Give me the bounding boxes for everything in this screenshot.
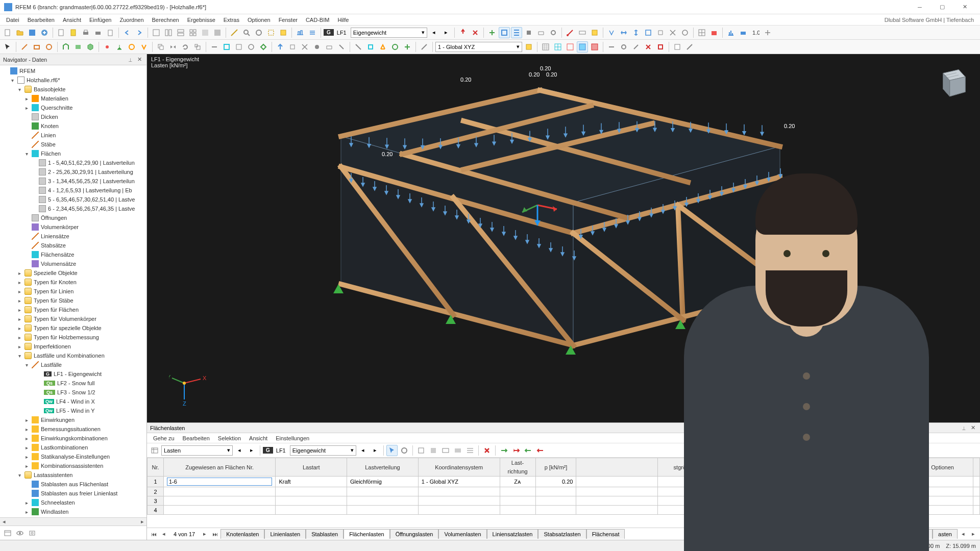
t2-h1[interactable] (275, 41, 286, 53)
tree-item[interactable]: Stablasten aus Flächenlast (0, 480, 146, 489)
t2-t1[interactable] (672, 41, 683, 53)
tree-item[interactable]: ▸Typen für Knoten (0, 278, 146, 287)
tree-item[interactable]: ▸Statikanalyse-Einstellungen (0, 452, 146, 461)
tab-volumenlasten[interactable]: Volumenlasten (438, 529, 486, 539)
t2-i3[interactable] (377, 41, 388, 53)
tree-item[interactable]: Linien (0, 131, 146, 140)
tree-item[interactable]: Stäbe (0, 140, 146, 149)
dock-menu-bearbeiten[interactable]: Bearbeiten (179, 434, 214, 442)
coord-system-combo[interactable]: 1 - Global XYZ ▾ (435, 42, 522, 52)
layout1-button[interactable] (151, 27, 162, 38)
loadcase-combo[interactable]: Eigengewicht ▾ (351, 28, 427, 38)
dock-lf-next[interactable]: ▸ (370, 445, 381, 456)
dock-rem[interactable] (510, 445, 522, 456)
tb-a1[interactable] (486, 27, 498, 38)
t2-g4[interactable] (246, 41, 257, 53)
zoom-button[interactable] (241, 27, 252, 38)
tree-item[interactable]: ▸Typen für Linien (0, 287, 146, 296)
t2-g1[interactable] (209, 41, 220, 53)
t2-r5[interactable] (589, 41, 600, 53)
navigator-tree[interactable]: RFEM▾Holzhalle.rf6*▾Basisobjekte▸Materia… (0, 65, 146, 517)
t2-i1[interactable] (353, 41, 364, 53)
tree-item[interactable]: Knoten (0, 121, 146, 131)
tree-item[interactable]: ▸Typen für Volumenkörper (0, 314, 146, 323)
tb-b1[interactable] (565, 27, 576, 38)
t2-h5[interactable] (324, 41, 335, 53)
minimize-button[interactable]: ─ (909, 0, 931, 14)
lf-prev[interactable]: ◂ (428, 27, 439, 38)
tree-item[interactable]: ▾Holzhalle.rf6* (0, 76, 146, 85)
lf-next[interactable]: ▸ (440, 27, 452, 38)
t2-r4[interactable] (577, 41, 588, 53)
col-nr[interactable]: Nr. (148, 458, 164, 477)
zoom-win-button[interactable] (265, 27, 277, 38)
tb-proj1[interactable] (278, 27, 289, 38)
dock-menu-selektion[interactable]: Selektion (214, 434, 245, 442)
maximize-button[interactable]: ▢ (931, 0, 953, 14)
t2-i5[interactable] (402, 41, 413, 53)
proj-btn1[interactable] (295, 27, 306, 38)
tree-item[interactable]: Liniensätze (0, 232, 146, 241)
nav-hscroll[interactable]: ◂ ▸ (0, 517, 146, 525)
new-button[interactable] (2, 27, 13, 38)
tb-c6[interactable] (667, 27, 678, 38)
clipboard-button[interactable] (105, 27, 116, 38)
col-p[interactable]: p [kN/m²] (535, 458, 576, 477)
t2-node[interactable] (102, 41, 113, 53)
menu-extras[interactable]: Extras (219, 16, 243, 24)
tree-item[interactable]: Dicken (0, 112, 146, 121)
t2-x1[interactable] (126, 41, 137, 53)
loadcase-item[interactable]: QsLF2 - Snow full (0, 379, 146, 388)
t2-i2[interactable] (365, 41, 376, 53)
undo-button[interactable] (121, 27, 133, 38)
tree-item[interactable]: ▸Windlasten (0, 507, 146, 516)
dock-b2[interactable] (428, 445, 439, 456)
t2-s1[interactable] (606, 41, 617, 53)
tb-a4[interactable] (523, 27, 534, 38)
plus-button[interactable] (39, 27, 50, 38)
save-button[interactable] (27, 27, 38, 38)
proj-btn2[interactable] (307, 27, 318, 38)
load-del-btn[interactable] (470, 27, 481, 38)
tb-d2[interactable] (708, 27, 720, 38)
menu-ansicht[interactable]: Ansicht (59, 16, 85, 24)
col-dist[interactable]: Lastverteilung (347, 458, 419, 477)
layout4-button[interactable] (187, 27, 199, 38)
t2-h6[interactable] (336, 41, 347, 53)
dock-menu-ansicht[interactable]: Ansicht (245, 434, 272, 442)
dock-b3[interactable] (440, 445, 451, 456)
nav-data-view[interactable] (2, 528, 13, 539)
tab-stabsatzlasten[interactable]: Stabsatzlasten (538, 529, 586, 539)
t2-h4[interactable] (311, 41, 323, 53)
t2-t2[interactable] (684, 41, 695, 53)
t2-r3[interactable] (565, 41, 576, 53)
t2-r2[interactable] (552, 41, 564, 53)
tb-d1[interactable] (696, 27, 707, 38)
t2-h3[interactable] (299, 41, 310, 53)
measure-button[interactable] (229, 27, 240, 38)
dock-add[interactable] (498, 445, 509, 456)
page-last[interactable]: ⏭ (210, 531, 219, 537)
tree-item[interactable]: ▸Typen für Stäbe (0, 296, 146, 305)
col-type[interactable]: Lastart (276, 458, 347, 477)
tb-e2[interactable] (738, 27, 749, 38)
tree-item[interactable]: ▸Schneelasten (0, 498, 146, 507)
t2-s5[interactable] (655, 41, 666, 53)
t2-cursor[interactable] (2, 41, 13, 53)
tree-item[interactable]: ▾Lastfälle und Kombinationen (0, 351, 146, 360)
nav-views-view[interactable] (27, 528, 38, 539)
t2-g3[interactable] (233, 41, 244, 53)
dock-menu-einstellungen[interactable]: Einstellungen (272, 434, 313, 442)
t2-g2[interactable] (221, 41, 232, 53)
menu-fenster[interactable]: Fenster (275, 16, 302, 24)
pin-icon[interactable]: ⟂ (126, 56, 134, 64)
t2-solid[interactable] (85, 41, 96, 53)
tab-flächensat[interactable]: Flächensat (586, 529, 625, 539)
dock-rem2[interactable] (523, 445, 534, 456)
page-prev[interactable]: ◂ (159, 531, 168, 537)
view-cube[interactable] (934, 64, 970, 100)
page-next[interactable]: ▸ (200, 531, 209, 537)
dock-del[interactable] (481, 445, 493, 456)
tree-item[interactable]: ▸Imperfektionen (0, 342, 146, 351)
print-button[interactable] (80, 27, 91, 38)
